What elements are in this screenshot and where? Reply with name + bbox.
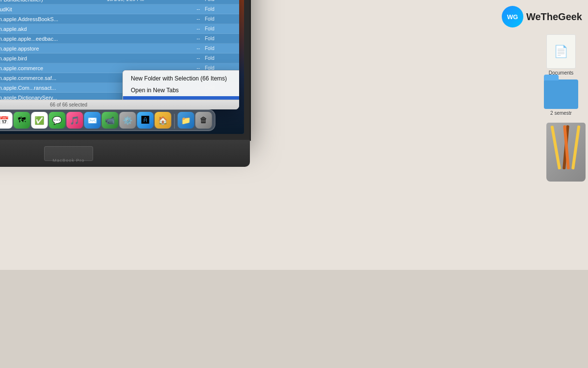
dock-facetime[interactable]: 📹 xyxy=(102,112,119,129)
facetime-icon: 📹 xyxy=(105,116,115,125)
file-row[interactable]: ▶ com.apple.akd -- Fold xyxy=(0,24,239,34)
file-list: Name Date Modified Size ▲ Kind ▶ xyxy=(0,0,239,100)
music-icon: 🎵 xyxy=(70,116,80,125)
desktop-icons: 📄 Documents 2 semestr xyxy=(539,34,583,116)
macbook-label: MacBook Pro xyxy=(52,158,84,163)
file-row[interactable]: ▶ com.apple.AddressBookS... -- Fold xyxy=(0,14,239,24)
mail-icon: ✉️ xyxy=(88,116,98,125)
folder-label: 2 semestr xyxy=(550,110,572,116)
laptop-bottom: MacBook Pro xyxy=(0,140,250,167)
file-row[interactable]: ▶ CloudKit -- Fold xyxy=(0,4,239,14)
pencil-cup xyxy=(546,123,586,182)
settings-icon: ⚙️ xyxy=(123,116,133,125)
brand-name: WeTheGeek xyxy=(526,11,582,23)
dock-music[interactable]: 🎵 xyxy=(67,112,83,129)
documents-icon: 📄 xyxy=(546,34,576,69)
file-name: ▶ com.apple.apple...eedbac... xyxy=(0,36,107,42)
laptop: ⌘ Finder File Edit View Go Window Help 🔒… xyxy=(0,0,250,167)
status-bar: 66 of 66 selected xyxy=(0,100,239,109)
dock-settings[interactable]: ⚙️ xyxy=(120,112,136,129)
trash-icon: 🗑 xyxy=(200,116,208,125)
maps-icon: 🗺 xyxy=(18,116,26,125)
finder2-icon: 📁 xyxy=(181,116,191,125)
dock-calendar[interactable]: 📅 xyxy=(0,112,13,129)
calendar-icon: 📅 xyxy=(0,116,9,125)
dock-trash[interactable]: 🗑 xyxy=(196,112,212,129)
cm-move-to-trash[interactable]: Move to Trash xyxy=(123,96,239,100)
finder-content: Favorites 🕐 All My Files ☁️ iCloud Drive… xyxy=(0,0,239,100)
file-row[interactable]: ▶ com.apple.apple...eedbac... -- Fold xyxy=(0,34,239,44)
reminders-icon: ✅ xyxy=(35,116,45,125)
messages-icon: 💬 xyxy=(52,116,62,125)
file-name: ▶ com.apple.AddressBookS... xyxy=(0,16,107,22)
file-row[interactable]: ▶ com.apple.appstore -- Fold xyxy=(0,44,239,53)
cm-open-in-new-tabs[interactable]: Open in New Tabs xyxy=(123,84,239,96)
file-name: ▶ com.apple.commerce xyxy=(0,65,107,71)
file-name: ▶ com.apple.DictionaryServ... xyxy=(0,95,107,100)
file-name: ▶ com.apple.Com...ransact... xyxy=(0,85,107,91)
screen-bezel: ⌘ Finder File Edit View Go Window Help 🔒… xyxy=(0,0,250,140)
pencil xyxy=(571,125,580,169)
file-name: ▶ com.apple.akd xyxy=(0,26,107,32)
desktop-icon-documents[interactable]: 📄 Documents xyxy=(546,34,576,76)
dock-home[interactable]: 🏠 xyxy=(155,112,172,129)
folder-icon xyxy=(544,79,578,109)
file-name: ▶ $(CFBundleIdentifier) xyxy=(0,0,107,2)
pencil xyxy=(550,126,561,170)
dock-reminders[interactable]: ✅ xyxy=(31,112,48,129)
file-row[interactable]: ▶ com.apple.bird -- Fold xyxy=(0,53,239,63)
file-name: ▶ CloudKit xyxy=(0,6,107,12)
dock: 🔍 🧭 🌐 🌸 📅 🗺 ✅ xyxy=(0,109,216,131)
status-text: 66 of 66 selected xyxy=(50,102,87,107)
screen: ⌘ Finder File Edit View Go Window Help 🔒… xyxy=(0,0,244,134)
file-name: ▶ com.apple.commerce.saf... xyxy=(0,75,107,81)
dock-separator xyxy=(174,114,175,129)
brand-icon: WG xyxy=(502,6,523,27)
home-icon: 🏠 xyxy=(158,116,168,125)
appstore-icon: 🅰 xyxy=(142,116,149,125)
desktop-icon-folder[interactable]: 2 semestr xyxy=(544,79,578,116)
dock-appstore[interactable]: 🅰 xyxy=(137,112,154,129)
context-menu: New Folder with Selection (66 Items) Ope… xyxy=(122,70,239,100)
file-name: ▶ com.apple.appstore xyxy=(0,46,107,52)
dock-mail[interactable]: ✉️ xyxy=(84,112,101,129)
cm-new-folder-with-selection[interactable]: New Folder with Selection (66 Items) xyxy=(123,73,239,84)
file-name: ▶ com.apple.bird xyxy=(0,55,107,61)
dock-finder2[interactable]: 📁 xyxy=(178,112,195,129)
finder-window: ‹ › Caches ⊞ ≡ ⊟ ⊡ xyxy=(0,0,239,109)
table-surface xyxy=(0,270,588,368)
dock-maps[interactable]: 🗺 xyxy=(14,112,30,129)
file-row[interactable]: ▶ $(CFBundleIdentifier) 10/1/16, 1:29 PM… xyxy=(0,0,239,4)
dock-messages[interactable]: 💬 xyxy=(49,112,66,129)
brand-logo: WG WeTheGeek xyxy=(502,6,582,27)
